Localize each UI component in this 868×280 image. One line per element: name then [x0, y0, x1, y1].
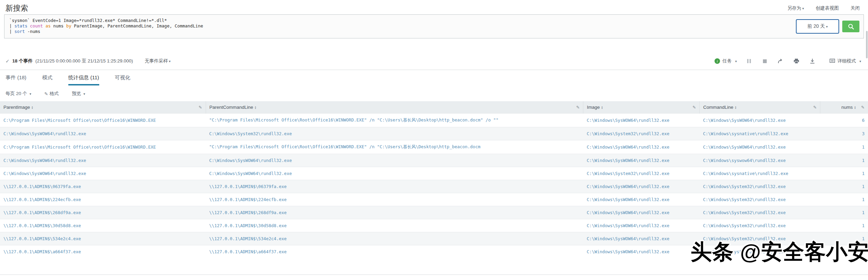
table-cell[interactable]: C:\Windows\SysWOW64\rundll32.exe	[583, 232, 700, 245]
table-cell[interactable]: \\127.0.0.1\ADMIN$\a664f37.exe	[0, 245, 206, 258]
tab-events[interactable]: 事件 (18)	[5, 74, 26, 85]
column-header-parentcommandline[interactable]: ParentCommandLine▴▾✎	[206, 101, 583, 114]
per-page-dropdown[interactable]: 每页 20 个▾	[5, 91, 31, 97]
table-cell[interactable]: C:\Windows\System32\rundll32.exe	[700, 180, 820, 193]
table-cell[interactable]: C:\Windows\sysnative\rundll32.exe	[700, 127, 820, 140]
tab-visualization[interactable]: 可视化	[115, 74, 130, 85]
table-cell[interactable]: C:\Windows\System32\rundll32.exe	[583, 167, 700, 180]
sort-icon: ▴▾	[854, 106, 856, 109]
table-cell[interactable]: C:\Windows\sysnative\rundll32.exe	[700, 167, 820, 180]
table-cell[interactable]: C:\Windows\System32\rundll32.exe	[700, 206, 820, 219]
table-cell-nums[interactable]: 1	[820, 219, 868, 232]
table-cell[interactable]: \\127.0.0.1\ADMIN$\a664f37.exe	[206, 245, 583, 258]
edit-column-icon[interactable]: ✎	[813, 105, 816, 110]
search-button[interactable]	[842, 21, 859, 32]
search-mode-dropdown[interactable]: 详细模式▾	[830, 58, 861, 64]
table-cell[interactable]: C:\Program Files\Microsoft Office\root\O…	[0, 140, 206, 154]
table-cell[interactable]: C:\Windows\SysWOW64\rundll32.exe	[206, 167, 583, 180]
table-cell[interactable]: \\127.0.0.1\ADMIN$\268df9a.exe	[206, 206, 583, 219]
column-header-image[interactable]: Image▴▾✎	[583, 101, 700, 114]
table-cell[interactable]: C:\Windows\SysWOW64\rundll32.exe	[0, 167, 206, 180]
sort-icon: ▴▾	[32, 106, 33, 109]
table-cell[interactable]: C:\Windows\SysWOW64\rundll32.exe	[583, 180, 700, 193]
check-icon: ✓	[5, 58, 10, 64]
table-cell[interactable]: C:\Windows\SysWOW64\rundll32.exe	[583, 219, 700, 232]
event-sampling-dropdown[interactable]: 无事件采样▾	[145, 58, 171, 64]
search-query-input[interactable]: `sysmon` EventCode=1 Image=*rundll32.exe…	[4, 15, 796, 38]
table-cell[interactable]: C:\Program Files\Microsoft Office\root\O…	[0, 114, 206, 127]
stop-button[interactable]	[762, 58, 768, 65]
edit-column-icon[interactable]: ✎	[199, 105, 202, 110]
chevron-down-icon: ▾	[735, 59, 737, 63]
search-bar: `sysmon` EventCode=1 Image=*rundll32.exe…	[4, 14, 864, 38]
stats-table-body: C:\Program Files\Microsoft Office\root\O…	[0, 114, 868, 258]
table-cell-nums[interactable]: 1	[820, 232, 868, 245]
table-cell[interactable]: \\127.0.0.1\ADMIN$\06379fa.exe	[0, 180, 206, 193]
table-cell[interactable]: C:\Windows\System32\rundll32.exe	[583, 127, 700, 140]
table-cell[interactable]: C:\Windows\System32\rundll32.exe	[700, 193, 820, 206]
table-cell[interactable]: \\127.0.0.1\ADMIN$\534e2c4.exe	[0, 232, 206, 245]
table-cell[interactable]: C:\Windows\System32\rundll32.exe	[206, 127, 583, 140]
table-cell[interactable]: C:\Windows\System32\rundll32.exe	[700, 232, 820, 245]
splunk-search-page: 新搜索 另存为▾ 创建表视图 关闭 `sysmon` EventCode=1 I…	[0, 0, 868, 280]
print-button[interactable]	[793, 58, 800, 65]
table-cell[interactable]: C:\Windows\SysWOW64\rundll32.exe	[0, 127, 206, 140]
edit-column-icon[interactable]: ✎	[861, 105, 865, 110]
table-cell[interactable]: C:\Windows\SysWOW64\rundll32.exe	[583, 140, 700, 154]
scrollbar-thumb[interactable]	[866, 31, 868, 58]
table-cell-nums[interactable]: 1	[820, 167, 868, 180]
table-cell[interactable]: C:\Windows\SysWOW64\rundll32.exe	[583, 206, 700, 219]
pause-button[interactable]	[746, 58, 753, 65]
time-range-picker[interactable]: 前 20 天 ▾	[796, 19, 839, 34]
table-cell[interactable]: C:\Windows\SysWOW64\rundll32.exe	[583, 193, 700, 206]
job-menu[interactable]: i 任务▾	[715, 58, 737, 64]
table-cell-nums[interactable]: 6	[820, 114, 868, 127]
column-header-nums[interactable]: nums▴▾✎	[820, 101, 868, 114]
time-range-label: 前 20 天	[807, 23, 825, 30]
table-cell[interactable]: C:\Windows\SysWOW64\rundll32.exe	[700, 114, 820, 127]
table-cell-nums[interactable]: 3	[820, 127, 868, 140]
table-cell[interactable]: C:\Windows\System32\rundll32.exe	[700, 219, 820, 232]
save-as-button[interactable]: 另存为▾	[787, 5, 804, 11]
table-cell[interactable]: \\127.0.0.1\ADMIN$\534e2c4.exe	[206, 232, 583, 245]
table-cell[interactable]: \\127.0.0.1\ADMIN$\06379fa.exe	[206, 180, 583, 193]
format-button[interactable]: ✎格式	[44, 91, 59, 97]
column-header-commandline[interactable]: CommandLine▴▾✎	[700, 101, 820, 114]
table-cell[interactable]: C:\Windows\SysWOW64\rundll32.exe	[0, 154, 206, 167]
tab-statistics[interactable]: 统计信息 (11)	[68, 74, 99, 85]
table-cell-nums[interactable]: 1	[820, 245, 868, 258]
table-cell[interactable]: C:\Windows\syswow64\rundll32.exe	[700, 154, 820, 167]
table-cell-nums[interactable]: 1	[820, 140, 868, 154]
table-cell[interactable]: \\127.0.0.1\ADMIN$\30d58d8.exe	[0, 219, 206, 232]
edit-column-icon[interactable]: ✎	[693, 105, 696, 110]
page-title: 新搜索	[5, 3, 28, 13]
column-header-parentimage[interactable]: ParentImage▴▾✎	[0, 101, 206, 114]
tab-patterns[interactable]: 模式	[42, 74, 53, 85]
chevron-down-icon: ▾	[169, 59, 171, 63]
table-cell-nums[interactable]: 1	[820, 206, 868, 219]
table-cell[interactable]: C:\Windows\SysWOW64\rundll32.exe	[583, 114, 700, 127]
edit-column-icon[interactable]: ✎	[576, 105, 580, 110]
chevron-down-icon: ▾	[802, 7, 804, 10]
table-cell[interactable]: C:\Windows\SysWOW64\rundll32.exe	[583, 154, 700, 167]
table-cell-nums[interactable]: 1	[820, 180, 868, 193]
table-cell-nums[interactable]: 1	[820, 154, 868, 167]
create-table-view-button[interactable]: 创建表视图	[816, 5, 839, 11]
export-button[interactable]	[809, 58, 816, 65]
table-cell-nums[interactable]: 1	[820, 193, 868, 206]
table-cell[interactable]: \\127.0.0.1\ADMIN$\268df9a.exe	[0, 206, 206, 219]
table-cell[interactable]: \\127.0.0.1\ADMIN$\224ecfb.exe	[206, 193, 583, 206]
share-button[interactable]	[777, 58, 784, 65]
table-cell[interactable]: \\127.0.0.1\ADMIN$\224ecfb.exe	[0, 193, 206, 206]
close-button[interactable]: 关闭	[850, 5, 860, 11]
share-icon	[778, 58, 784, 64]
preview-dropdown[interactable]: 预览▾	[72, 91, 85, 97]
table-cell[interactable]: C:\Windows\SysWOW64\rundll32.exe	[583, 245, 700, 258]
table-cell[interactable]: \\127.0.0.1\ADMIN$\30d58d8.exe	[206, 219, 583, 232]
statistics-table: ParentImage▴▾✎ ParentCommandLine▴▾✎ Imag…	[0, 101, 868, 258]
table-cell[interactable]: C:\Windows\SysWOW64\rundll32.exe	[700, 140, 820, 154]
table-cell[interactable]: C:\Windows\SysWOW64\rundll32.exe	[206, 154, 583, 167]
table-cell[interactable]: C:\Windows\System32\rundll32.exe	[700, 245, 820, 258]
table-cell[interactable]: "C:\Program Files\Microsoft Office\Root\…	[206, 114, 583, 127]
table-cell[interactable]: "C:\Program Files\Microsoft Office\Root\…	[206, 140, 583, 154]
